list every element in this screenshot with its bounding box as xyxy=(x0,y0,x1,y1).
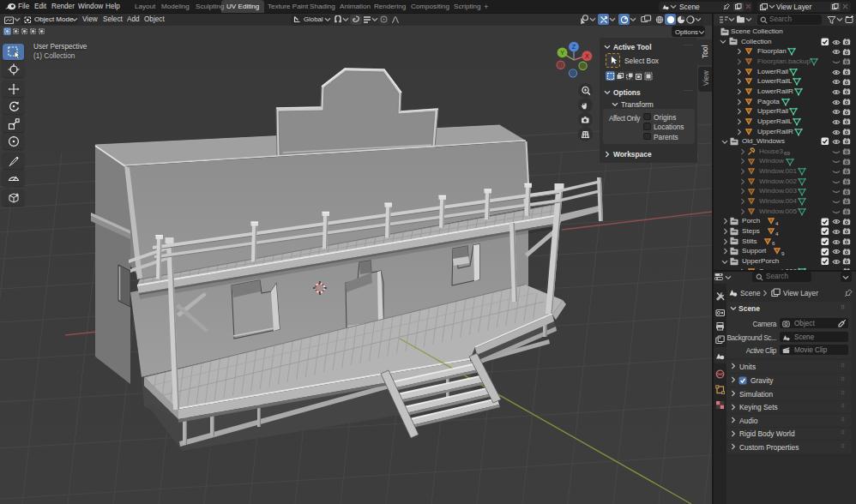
svg-text:Z: Z xyxy=(572,43,576,51)
svg-text:X: X xyxy=(585,52,589,60)
svg-text:Y: Y xyxy=(560,49,564,57)
